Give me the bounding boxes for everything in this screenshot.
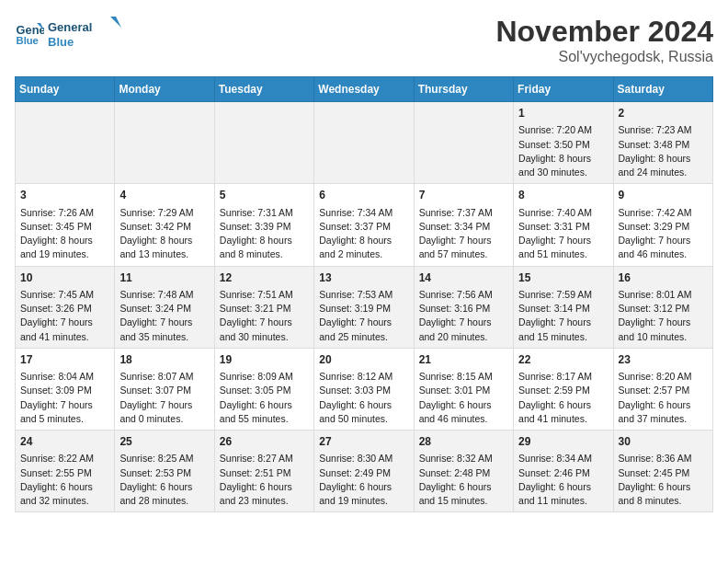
day-info: Daylight: 7 hours: [20, 398, 109, 412]
calendar-cell: [414, 102, 513, 184]
day-info: Sunset: 3:48 PM: [619, 138, 708, 152]
day-info: and 28 minutes.: [119, 494, 209, 508]
day-info: and 8 minutes.: [220, 247, 309, 261]
day-info: Daylight: 6 hours: [319, 480, 408, 494]
day-info: Sunrise: 8:30 AM: [319, 452, 408, 465]
week-row-4: 17Sunrise: 8:04 AMSunset: 3:09 PMDayligh…: [16, 348, 713, 430]
day-info: Daylight: 8 hours: [20, 234, 109, 247]
weekday-header-wednesday: Wednesday: [314, 77, 414, 102]
calendar-cell: 4Sunrise: 7:29 AMSunset: 3:42 PMDaylight…: [115, 184, 214, 266]
day-number: 2: [619, 106, 708, 121]
calendar-cell: 16Sunrise: 8:01 AMSunset: 3:12 PMDayligh…: [613, 266, 712, 348]
day-info: Sunset: 3:34 PM: [419, 220, 508, 234]
calendar-cell: 6Sunrise: 7:34 AMSunset: 3:37 PMDaylight…: [314, 184, 414, 266]
day-info: Sunset: 3:09 PM: [20, 384, 109, 397]
day-info: and 46 minutes.: [619, 247, 708, 261]
day-info: and 41 minutes.: [518, 412, 608, 426]
day-info: and 15 minutes.: [518, 330, 608, 344]
week-row-3: 10Sunrise: 7:45 AMSunset: 3:26 PMDayligh…: [16, 266, 713, 348]
day-number: 8: [518, 188, 608, 203]
day-info: Sunset: 3:07 PM: [119, 384, 209, 397]
day-number: 21: [419, 352, 508, 368]
day-info: Sunrise: 8:32 AM: [419, 452, 508, 465]
day-info: Sunrise: 8:04 AM: [20, 370, 109, 384]
calendar-cell: 14Sunrise: 7:56 AMSunset: 3:16 PMDayligh…: [414, 266, 513, 348]
day-info: Sunset: 2:59 PM: [518, 384, 608, 397]
day-info: Sunrise: 7:40 AM: [518, 206, 608, 220]
svg-marker-5: [110, 17, 121, 28]
day-info: Sunrise: 8:01 AM: [619, 288, 708, 302]
calendar-cell: 27Sunrise: 8:30 AMSunset: 2:49 PMDayligh…: [314, 431, 414, 512]
day-info: Sunset: 2:53 PM: [119, 466, 209, 480]
calendar-cell: 30Sunrise: 8:36 AMSunset: 2:45 PMDayligh…: [613, 431, 712, 512]
day-info: Sunrise: 8:25 AM: [119, 452, 209, 465]
calendar-cell: 26Sunrise: 8:27 AMSunset: 2:51 PMDayligh…: [214, 431, 313, 512]
day-info: Daylight: 7 hours: [319, 316, 408, 329]
day-info: and 55 minutes.: [220, 412, 309, 426]
day-info: Sunset: 2:55 PM: [20, 466, 109, 480]
day-number: 20: [319, 352, 408, 368]
day-info: Sunrise: 7:26 AM: [20, 206, 109, 220]
day-info: and 51 minutes.: [518, 247, 608, 261]
day-info: Daylight: 6 hours: [518, 480, 608, 494]
day-info: Daylight: 7 hours: [20, 316, 109, 329]
day-info: and 30 minutes.: [220, 330, 309, 344]
weekday-header-saturday: Saturday: [613, 77, 712, 102]
day-info: and 2 minutes.: [319, 247, 408, 261]
day-info: Sunrise: 7:37 AM: [419, 206, 508, 220]
calendar-cell: 2Sunrise: 7:23 AMSunset: 3:48 PMDaylight…: [613, 102, 712, 184]
day-info: Sunset: 2:51 PM: [220, 466, 309, 480]
calendar-cell: 20Sunrise: 8:12 AMSunset: 3:03 PMDayligh…: [314, 348, 414, 430]
day-info: Sunset: 3:24 PM: [119, 302, 209, 316]
title-block: November 2024 Sol'vychegodsk, Russia: [495, 15, 713, 65]
day-info: and 37 minutes.: [619, 412, 708, 426]
calendar-cell: 23Sunrise: 8:20 AMSunset: 2:57 PMDayligh…: [613, 348, 712, 430]
calendar-cell: 25Sunrise: 8:25 AMSunset: 2:53 PMDayligh…: [115, 431, 214, 512]
day-info: and 20 minutes.: [419, 330, 508, 344]
day-info: Sunrise: 8:20 AM: [619, 370, 708, 384]
day-info: Sunrise: 8:22 AM: [20, 452, 109, 465]
day-info: Sunset: 3:12 PM: [619, 302, 708, 316]
day-number: 28: [419, 434, 508, 450]
day-info: and 19 minutes.: [319, 494, 408, 508]
day-info: Sunrise: 7:48 AM: [119, 288, 209, 302]
day-info: Sunset: 3:37 PM: [319, 220, 408, 234]
day-info: and 24 minutes.: [619, 166, 708, 179]
day-info: and 46 minutes.: [419, 412, 508, 426]
svg-text:Blue: Blue: [17, 35, 39, 46]
day-number: 27: [319, 434, 408, 450]
day-info: Daylight: 7 hours: [119, 398, 209, 412]
calendar-cell: 9Sunrise: 7:42 AMSunset: 3:29 PMDaylight…: [613, 184, 712, 266]
page-header: General Blue General Blue November 2024 …: [15, 15, 713, 65]
day-info: Sunrise: 8:15 AM: [419, 370, 508, 384]
svg-text:General: General: [48, 20, 92, 34]
day-info: and 15 minutes.: [419, 494, 508, 508]
day-info: Sunrise: 7:31 AM: [220, 206, 309, 220]
day-number: 12: [220, 270, 309, 286]
day-info: Sunset: 3:14 PM: [518, 302, 608, 316]
day-info: and 19 minutes.: [20, 247, 109, 261]
weekday-header-tuesday: Tuesday: [214, 77, 313, 102]
day-info: Sunrise: 8:34 AM: [518, 452, 608, 465]
day-number: 14: [419, 270, 508, 286]
day-info: Sunset: 3:21 PM: [220, 302, 309, 316]
day-info: Daylight: 6 hours: [319, 398, 408, 412]
calendar-cell: 15Sunrise: 7:59 AMSunset: 3:14 PMDayligh…: [514, 266, 613, 348]
day-info: Sunrise: 8:12 AM: [319, 370, 408, 384]
day-info: Sunrise: 7:42 AM: [619, 206, 708, 220]
day-info: Daylight: 7 hours: [619, 234, 708, 247]
day-info: Sunset: 3:16 PM: [419, 302, 508, 316]
calendar-cell: 11Sunrise: 7:48 AMSunset: 3:24 PMDayligh…: [115, 266, 214, 348]
day-info: and 57 minutes.: [419, 247, 508, 261]
day-info: Sunset: 3:19 PM: [319, 302, 408, 316]
day-info: Daylight: 6 hours: [20, 480, 109, 494]
day-info: Sunset: 3:31 PM: [518, 220, 608, 234]
day-number: 11: [119, 270, 209, 286]
day-info: Daylight: 8 hours: [619, 152, 708, 166]
day-info: and 41 minutes.: [20, 330, 109, 344]
day-info: Sunset: 3:29 PM: [619, 220, 708, 234]
day-info: Sunset: 2:57 PM: [619, 384, 708, 397]
day-info: Sunset: 3:01 PM: [419, 384, 508, 397]
day-info: Daylight: 7 hours: [419, 234, 508, 247]
day-info: Daylight: 6 hours: [119, 480, 209, 494]
